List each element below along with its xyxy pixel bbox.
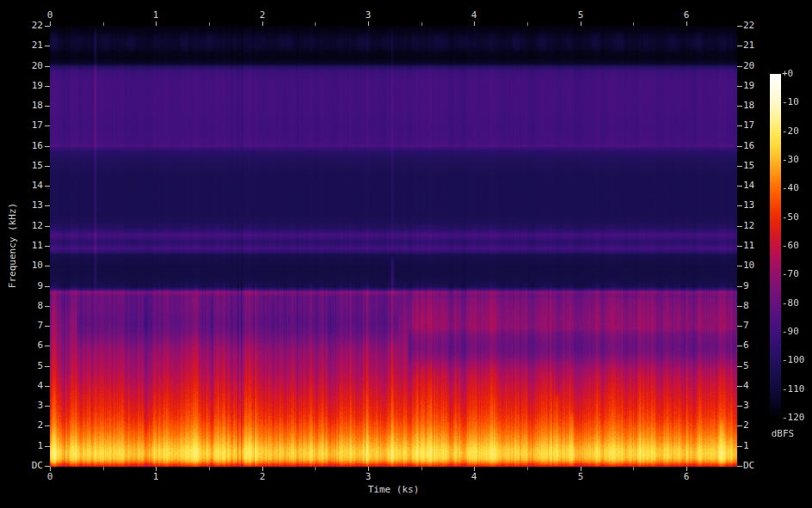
- y-tick: [737, 306, 742, 307]
- y-tick: [737, 366, 742, 367]
- x-tick-top: [474, 21, 475, 26]
- colorbar-tick-label: -60: [782, 241, 799, 251]
- y-tick: [737, 246, 742, 247]
- colorbar-tick-label: -100: [782, 355, 805, 365]
- x-tick-top: [50, 21, 51, 26]
- x-minor-tick-bottom: [633, 467, 634, 470]
- y-tick: [45, 386, 50, 387]
- x-tick-label-bottom: 1: [145, 472, 166, 482]
- x-minor-tick-top: [421, 22, 422, 26]
- y-tick: [45, 46, 50, 46]
- y-tick-label-left: 5: [0, 361, 43, 371]
- y-tick-label-left: 13: [0, 200, 43, 211]
- y-tick: [737, 386, 742, 387]
- y-tick: [45, 166, 50, 167]
- x-axis-top-labels: 0123456: [50, 10, 737, 21]
- y-tick: [45, 205, 50, 206]
- y-tick-label-left: 19: [0, 81, 43, 91]
- y-tick: [737, 86, 742, 87]
- x-tick-label-bottom: 4: [464, 472, 484, 482]
- y-axis-left-ticks: [45, 26, 50, 468]
- x-tick-label-top: 5: [570, 10, 591, 21]
- x-tick-label-top: 3: [358, 10, 378, 21]
- y-tick-label-left: 8: [0, 301, 43, 311]
- colorbar: [770, 74, 781, 418]
- colorbar-tick-label: -110: [782, 384, 805, 395]
- x-tick-label-top: 6: [676, 10, 697, 21]
- x-minor-tick-top: [103, 22, 104, 26]
- y-tick: [737, 186, 742, 187]
- y-tick: [45, 66, 50, 67]
- y-tick: [737, 406, 742, 407]
- y-tick: [45, 346, 50, 346]
- y-tick-label-left: 1: [0, 441, 43, 451]
- y-tick-label-right: 20: [743, 61, 778, 71]
- y-tick: [737, 466, 742, 467]
- colorbar-tick-label: +0: [782, 69, 793, 79]
- colorbar-tick-label: -30: [782, 155, 799, 165]
- y-tick: [737, 166, 742, 167]
- y-tick: [45, 26, 50, 27]
- colorbar-tick-label: -20: [782, 126, 799, 137]
- y-tick-label-left: 20: [0, 61, 43, 71]
- y-tick: [737, 26, 742, 27]
- x-minor-tick-bottom: [315, 467, 316, 470]
- spectrogram-plot[interactable]: [50, 26, 737, 467]
- y-tick: [45, 125, 50, 126]
- x-tick-label-bottom: 6: [676, 472, 697, 482]
- colorbar-tick-label: -80: [782, 298, 799, 309]
- colorbar-tick-label: -40: [782, 183, 799, 193]
- y-tick-label-left: 9: [0, 281, 43, 291]
- y-tick: [45, 186, 50, 187]
- y-tick: [737, 106, 742, 107]
- y-tick: [45, 146, 50, 147]
- y-tick: [45, 446, 50, 447]
- x-minor-tick-top: [209, 22, 210, 26]
- spectrogram-figure: Frequency (kHz) 0123456 0123456 22212019…: [0, 0, 812, 508]
- y-tick-label-left: 17: [0, 120, 43, 131]
- y-tick: [45, 86, 50, 87]
- colorbar-tick-label: -70: [782, 269, 799, 279]
- y-tick: [45, 246, 50, 247]
- colorbar-tick-label: -10: [782, 97, 799, 107]
- y-tick: [45, 266, 50, 266]
- y-tick-label-right: 21: [743, 40, 778, 51]
- y-tick-label-left: 10: [0, 260, 43, 271]
- x-tick-top: [262, 21, 263, 26]
- y-tick-label-left: 7: [0, 321, 43, 331]
- y-tick: [45, 425, 50, 426]
- x-tick-label-bottom: 3: [358, 472, 378, 482]
- x-tick-top: [368, 21, 369, 26]
- y-tick-label-left: 16: [0, 141, 43, 151]
- y-tick-label-left: 18: [0, 101, 43, 111]
- y-axis-left-labels: 22212019181716151413121110987654321DC: [0, 26, 43, 473]
- x-axis-top-ticks: [50, 21, 737, 26]
- y-tick: [737, 446, 742, 447]
- y-tick-label-right: 1: [743, 441, 778, 451]
- x-tick-label-top: 1: [145, 10, 166, 21]
- y-tick: [737, 146, 742, 147]
- colorbar-title: dBFS: [762, 428, 803, 439]
- y-tick: [45, 286, 50, 287]
- y-tick: [737, 266, 742, 266]
- x-minor-tick-bottom: [527, 467, 528, 470]
- y-tick-label-left: 11: [0, 241, 43, 251]
- colorbar-tick-labels: +0-10-20-30-40-50-60-70-80-90-100-110-12…: [782, 74, 811, 426]
- colorbar-tick-label: -50: [782, 212, 799, 223]
- x-axis-bottom-labels: 0123456: [50, 472, 737, 482]
- y-tick: [45, 366, 50, 367]
- y-tick: [737, 425, 742, 426]
- y-tick: [45, 106, 50, 107]
- y-tick: [737, 46, 742, 46]
- y-tick: [737, 286, 742, 287]
- y-tick-label-left: 22: [0, 21, 43, 31]
- y-tick-label-left: 3: [0, 401, 43, 411]
- y-tick-label-right: DC: [743, 461, 778, 471]
- y-tick: [45, 326, 50, 327]
- x-minor-tick-bottom: [421, 467, 422, 470]
- y-axis-right-ticks: [737, 26, 742, 468]
- x-tick-top: [156, 21, 157, 26]
- y-tick-label-left: 12: [0, 221, 43, 231]
- y-tick: [45, 306, 50, 307]
- y-tick-label-left: 15: [0, 161, 43, 171]
